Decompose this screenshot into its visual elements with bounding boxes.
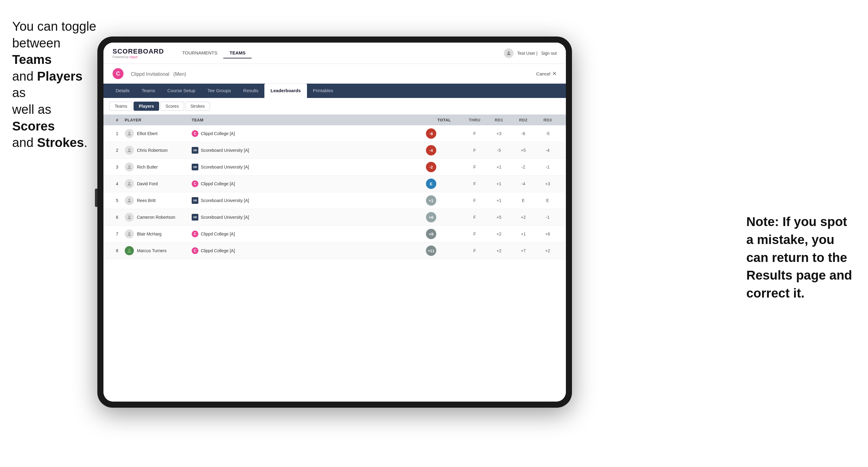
tab-leaderboards[interactable]: Leaderboards [265,84,307,98]
team-cell: SB Scoreboard University [A] [192,197,426,204]
team-logo-clippd: C [192,130,198,137]
total-cell: -2 [426,162,462,172]
tab-details[interactable]: Details [110,84,136,98]
team-name: Clippd College [A] [201,231,235,237]
rd1-cell: -5 [487,148,511,153]
player-cell: Cameron Robertson [125,213,192,222]
table-row[interactable]: 5 Rees Britt SB Scoreboard University [A… [103,192,566,209]
player-avatar [125,146,134,155]
rank-cell: 8 [110,248,125,253]
svg-point-9 [128,249,130,251]
col-total-header: TOTAL [426,118,462,122]
table-row[interactable]: 2 Chris Robertson SB Scoreboard Universi… [103,142,566,159]
player-cell: Chris Robertson [125,146,192,155]
team-logo-clippd: C [192,247,198,254]
rank-cell: 3 [110,164,125,169]
player-name: Marcus Turners [137,248,166,253]
rank-cell: 2 [110,148,125,153]
nav-teams[interactable]: TEAMS [223,48,252,58]
table-row[interactable]: 7 Blair McHarg C Clippd College [A] +8 F… [103,226,566,243]
app-logo: SCOREBOARD [113,48,164,55]
svg-point-5 [128,182,130,184]
total-cell: +11 [426,246,462,256]
score-badge: E [426,179,436,189]
user-avatar [504,49,514,58]
player-name: Rich Butler [137,164,158,169]
total-cell: +6 [426,212,462,222]
rd3-cell: -1 [535,164,560,169]
thru-cell: F [462,131,487,136]
rd2-cell: +2 [511,215,535,220]
team-cell: SB Scoreboard University [A] [192,164,426,170]
player-name: Rees Britt [137,198,155,203]
player-name: Cameron Robertson [137,215,175,220]
sub-tab-players[interactable]: Players [133,102,159,111]
score-badge: +8 [426,229,436,239]
logo-block: SCOREBOARD Powered by clippd [113,48,164,59]
total-cell: E [426,179,462,189]
rd2-cell: -6 [511,131,535,136]
tab-printables[interactable]: Printables [307,84,340,98]
thru-cell: F [462,148,487,153]
sign-out-button[interactable]: Sign out [541,51,557,56]
team-logo-scoreboard: SB [192,147,198,154]
col-thru-header: THRU [462,118,487,122]
col-rd3-header: RD3 [535,118,560,122]
rank-cell: 4 [110,181,125,186]
team-logo-scoreboard: SB [192,164,198,170]
rd2-cell: -4 [511,181,535,186]
cancel-button[interactable]: Cancel ✕ [536,70,557,77]
team-cell: C Clippd College [A] [192,247,426,254]
team-cell: SB Scoreboard University [A] [192,147,426,154]
rd3-cell: -1 [535,215,560,220]
header-right: Test User | Sign out [504,49,557,58]
player-avatar [125,162,134,172]
tab-results[interactable]: Results [237,84,265,98]
team-name: Scoreboard University [A] [201,198,249,203]
svg-point-3 [128,149,130,150]
thru-cell: F [462,231,487,237]
table-row[interactable]: 6 Cameron Robertson SB Scoreboard Univer… [103,209,566,226]
table-row[interactable]: 4 David Ford C Clippd College [A] E F +1… [103,176,566,192]
ipad-screen: SCOREBOARD Powered by clippd TOURNAMENTS… [103,42,566,402]
rank-cell: 5 [110,198,125,203]
thru-cell: F [462,164,487,169]
player-name: Chris Robertson [137,148,168,153]
col-rd1-header: RD1 [487,118,511,122]
team-cell: C Clippd College [A] [192,130,426,137]
svg-point-8 [128,232,130,234]
thru-cell: F [462,248,487,253]
tab-teams[interactable]: Teams [136,84,161,98]
table-row[interactable]: 8 Marcus Turners C Clippd College [A] +1… [103,243,566,259]
rank-cell: 6 [110,215,125,220]
total-cell: -8 [426,128,462,139]
nav-tournaments[interactable]: TOURNAMENTS [176,48,224,58]
team-logo-clippd: C [192,180,198,187]
svg-point-1 [508,52,509,53]
tab-tee-groups[interactable]: Tee Groups [202,84,237,98]
rd3-cell: +3 [535,181,560,186]
col-player-header: PLAYER [125,118,192,122]
ipad-side-button [95,189,97,207]
rd3-cell: +6 [535,231,560,237]
team-logo-scoreboard: SB [192,197,198,204]
score-badge: -2 [426,162,436,172]
player-avatar [125,129,134,138]
rd3-cell: -4 [535,148,560,153]
team-name: Scoreboard University [A] [201,215,249,220]
user-name: Test User | [517,51,537,56]
rd1-cell: +5 [487,215,511,220]
sub-tab-teams[interactable]: Teams [110,102,132,111]
team-logo-scoreboard: SB [192,214,198,221]
tab-course-setup[interactable]: Course Setup [161,84,202,98]
player-name: Blair McHarg [137,231,161,237]
player-avatar [125,246,134,255]
table-row[interactable]: 1 Elliot Ebert C Clippd College [A] -8 F… [103,125,566,142]
table-row[interactable]: 3 Rich Butler SB Scoreboard University [… [103,159,566,176]
sub-tab-scores[interactable]: Scores [160,102,184,111]
score-badge: +1 [426,195,436,206]
sub-tab-strokes[interactable]: Strokes [185,102,210,111]
rd2-cell: +7 [511,248,535,253]
rd2-cell: -2 [511,164,535,169]
tab-navigation: Details Teams Course Setup Tee Groups Re… [103,84,566,98]
